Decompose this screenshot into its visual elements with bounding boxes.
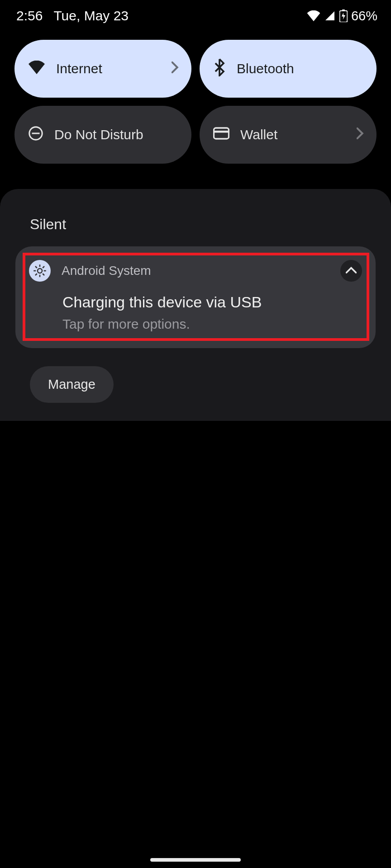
dnd-icon [28, 126, 43, 144]
svg-line-12 [43, 274, 44, 275]
qs-tile-label: Wallet [240, 127, 346, 142]
status-indicators: 66% [307, 9, 377, 24]
chevron-right-icon [357, 127, 364, 142]
nav-bar-handle[interactable] [150, 858, 241, 862]
cell-signal-icon [324, 10, 336, 21]
svg-line-13 [35, 274, 37, 275]
status-time: 2:56 [16, 8, 43, 24]
status-bar: 2:56 Tue, May 23 66% [0, 0, 391, 28]
qs-tile-wallet[interactable]: Wallet [200, 106, 377, 164]
notification-title: Charging this device via USB [62, 293, 362, 311]
quick-settings-tiles: Internet Bluetooth Do Not Disturb Wallet [0, 28, 391, 164]
status-date: Tue, May 23 [53, 8, 129, 24]
qs-tile-label: Do Not Disturb [54, 127, 179, 142]
battery-icon [339, 9, 348, 22]
qs-tile-dnd[interactable]: Do Not Disturb [14, 106, 191, 164]
svg-line-14 [43, 266, 44, 268]
notification-app-name: Android System [62, 264, 151, 278]
svg-point-6 [38, 269, 42, 273]
bluetooth-icon [213, 58, 226, 80]
notification-body: Tap for more options. [62, 316, 362, 332]
qs-tile-internet[interactable]: Internet [14, 40, 191, 98]
chevron-right-icon [172, 61, 179, 76]
chevron-up-icon [346, 266, 357, 275]
battery-percentage: 66% [351, 9, 377, 24]
svg-rect-4 [214, 128, 229, 139]
svg-line-11 [35, 266, 37, 268]
collapse-button[interactable] [340, 260, 362, 282]
notification-shade: Silent Android System Charging this devi… [0, 189, 391, 421]
qs-tile-bluetooth[interactable]: Bluetooth [200, 40, 377, 98]
android-system-gear-icon [29, 260, 51, 282]
qs-tile-label: Internet [56, 61, 161, 76]
svg-rect-5 [214, 131, 229, 133]
qs-tile-label: Bluetooth [237, 61, 364, 76]
notification-card[interactable]: Android System Charging this device via … [15, 246, 376, 348]
wifi-icon [307, 10, 320, 21]
svg-rect-1 [342, 9, 345, 11]
wifi-icon [28, 61, 45, 77]
notification-section-silent: Silent [0, 216, 391, 246]
manage-notifications-button[interactable]: Manage [30, 366, 114, 403]
wallet-icon [213, 127, 229, 143]
